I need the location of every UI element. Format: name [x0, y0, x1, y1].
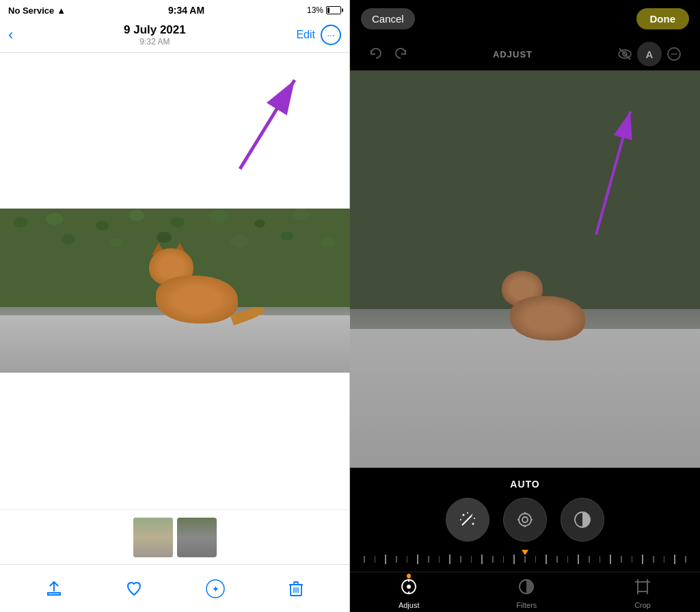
right-cat-body-shape	[510, 296, 585, 341]
brightness-button[interactable]	[503, 498, 547, 542]
magic-wand-button[interactable]	[446, 498, 489, 542]
magic-icon: ✦	[206, 579, 225, 598]
heart-button[interactable]	[126, 581, 142, 597]
tick	[503, 556, 504, 563]
tick	[460, 556, 461, 563]
nav-bar: ‹ 9 July 2021 9:32 AM Edit ···	[0, 21, 349, 53]
svg-point-20	[463, 514, 465, 516]
svg-point-15	[673, 53, 675, 55]
undo-button[interactable]	[364, 42, 388, 66]
redo-button[interactable]	[388, 42, 413, 66]
tick	[535, 556, 537, 563]
tick	[492, 556, 494, 563]
wifi-icon: ▲	[57, 5, 66, 16]
adjust-label: ADJUST	[413, 49, 612, 59]
time-display: 9:34 AM	[168, 5, 204, 16]
svg-point-26	[522, 517, 528, 522]
slider-ticks	[364, 555, 686, 564]
slider-indicator	[522, 550, 528, 555]
carrier-text: No Service	[8, 5, 54, 16]
adjust-tab-icon	[400, 578, 418, 600]
adjust-icon	[400, 578, 418, 596]
tick	[674, 555, 675, 564]
nav-title-main: 9 July 2021	[124, 23, 186, 37]
crop-icon	[634, 578, 651, 596]
auto-enhance-button[interactable]: A	[637, 42, 662, 66]
tick	[428, 556, 429, 563]
crop-tab-icon	[634, 578, 651, 600]
main-photo	[0, 209, 350, 373]
share-icon	[46, 581, 62, 597]
more-edit-button[interactable]	[662, 42, 686, 66]
tick	[578, 555, 579, 564]
status-bar: No Service ▲ 9:34 AM 13%	[0, 0, 349, 21]
slider-track[interactable]	[364, 553, 686, 566]
adjust-tab-label: Adjust	[399, 601, 420, 609]
battery-icon	[326, 6, 341, 14]
tick	[664, 556, 665, 563]
edit-button[interactable]: Edit	[296, 29, 315, 41]
svg-point-33	[407, 585, 411, 589]
tick	[546, 555, 547, 564]
brightness-icon	[515, 510, 535, 529]
tick	[396, 556, 397, 563]
svg-point-24	[474, 518, 475, 519]
tick	[567, 556, 569, 563]
tick	[632, 556, 633, 563]
redo-icon	[393, 46, 408, 62]
thumbnail-2[interactable]	[177, 518, 217, 557]
tab-adjust[interactable]: Adjust	[399, 578, 420, 609]
right-top-bar: Cancel Done	[350, 0, 700, 38]
back-button[interactable]: ‹	[8, 26, 13, 44]
done-button[interactable]: Done	[636, 8, 690, 29]
right-controls-area: AUTO	[350, 468, 700, 572]
auto-icon: A	[646, 49, 654, 60]
magic-button[interactable]: ✦	[206, 579, 225, 598]
cat-figure-right	[496, 279, 592, 341]
battery-info: 13%	[307, 5, 341, 15]
tick	[589, 556, 590, 563]
tick	[385, 555, 386, 564]
tick	[513, 555, 515, 564]
undo-icon	[368, 46, 383, 62]
magic-wand-icon	[458, 510, 477, 529]
cat-scene-right	[350, 70, 700, 468]
contrast-icon	[573, 510, 592, 529]
tick	[642, 555, 643, 564]
bottom-toolbar: ✦	[0, 564, 349, 612]
svg-rect-6	[294, 582, 298, 585]
crop-tab-label: Crop	[634, 601, 651, 609]
tick	[417, 555, 418, 564]
cancel-button[interactable]: Cancel	[361, 8, 415, 29]
svg-line-19	[462, 516, 472, 525]
svg-line-1	[240, 80, 295, 169]
tick	[653, 556, 654, 563]
arrow-annotation-left	[199, 59, 336, 196]
tab-filters[interactable]: Filters	[516, 578, 537, 609]
photo-bottom-area	[0, 373, 349, 509]
more-edit-icon	[667, 46, 682, 62]
contrast-button[interactable]	[561, 498, 604, 542]
cat-scene-left	[0, 209, 350, 373]
hide-original-button[interactable]	[612, 42, 637, 66]
filters-tab-label: Filters	[516, 601, 537, 609]
svg-point-22	[460, 519, 461, 520]
trash-button[interactable]	[288, 581, 304, 597]
svg-rect-37	[638, 582, 647, 591]
tab-crop[interactable]: Crop	[634, 578, 651, 609]
battery-fill	[327, 8, 329, 13]
heart-icon	[126, 581, 142, 597]
tick	[407, 556, 408, 563]
svg-point-21	[472, 523, 474, 525]
svg-point-23	[467, 512, 468, 514]
share-button[interactable]	[46, 581, 62, 597]
bottom-tab-bar: Adjust Filters	[350, 572, 700, 612]
svg-point-16	[675, 53, 677, 55]
thumbnail-1[interactable]	[133, 518, 173, 557]
more-button[interactable]: ···	[321, 25, 341, 45]
tick	[610, 555, 611, 564]
tick	[449, 555, 450, 564]
svg-point-25	[519, 514, 531, 526]
svg-text:✦: ✦	[212, 584, 219, 594]
right-photo-area	[350, 70, 700, 468]
